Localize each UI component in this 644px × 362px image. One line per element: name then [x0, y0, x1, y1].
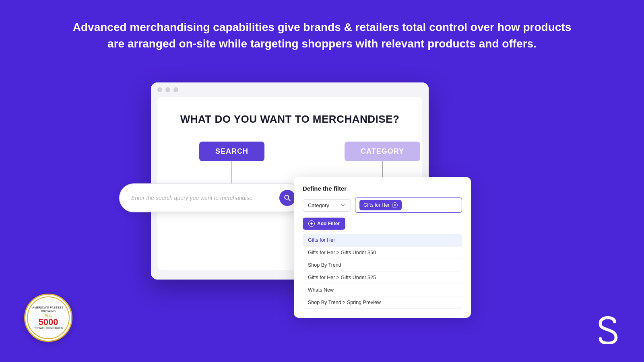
list-item[interactable]: Shop By Trend [303, 259, 462, 272]
search-bar: Enter the search query you want to merch… [119, 183, 304, 212]
dot-green [173, 87, 178, 92]
list-item[interactable]: Shop By Trend > Spring Preview [303, 296, 462, 309]
dot-red [157, 87, 162, 92]
category-dropdown[interactable]: Category [303, 199, 351, 212]
inc-5000-badge: AMERICA'S FASTEST-GROWING Inc. 5000 PRIV… [24, 294, 72, 342]
tag-input-wrapper: Gifts for Her ✕ [355, 197, 462, 213]
list-item[interactable]: Gifts for Her [303, 234, 462, 247]
company-logo [596, 316, 620, 346]
filter-panel-title: Define the filter [303, 185, 462, 192]
filter-row: Category Gifts for Her ✕ [303, 197, 462, 213]
add-filter-label: Add Filter [317, 221, 340, 226]
list-item[interactable]: Gifts for Her > Gifts Under $25 [303, 272, 462, 284]
search-placeholder-text: Enter the search query you want to merch… [131, 195, 279, 201]
tag-label: Gifts for Her [363, 202, 390, 208]
headline: Advanced merchandising capabilities give… [0, 0, 644, 60]
list-item[interactable]: Whats New [303, 284, 462, 296]
search-icon[interactable] [279, 190, 295, 206]
add-filter-icon: + [308, 220, 315, 227]
add-filter-button[interactable]: + Add Filter [303, 218, 345, 230]
dropdown-list: Gifts for Her Gifts for Her > Gifts Unde… [303, 234, 462, 309]
browser-titlebar [151, 82, 429, 97]
page-title: WHAT DO YOU WANT TO MERCHANDISE? [169, 113, 410, 125]
dot-yellow [165, 87, 170, 92]
filter-tag: Gifts for Her ✕ [359, 200, 402, 210]
tag-remove-btn[interactable]: ✕ [392, 202, 398, 208]
svg-line-1 [288, 199, 290, 201]
category-button[interactable]: CATEGORY [345, 142, 420, 161]
dropdown-label: Category [308, 202, 329, 208]
filter-panel: Define the filter Category Gifts for Her… [294, 177, 471, 318]
list-item[interactable]: Gifts for Her > Gifts Under $50 [303, 247, 462, 259]
search-button[interactable]: SEARCH [199, 142, 264, 161]
